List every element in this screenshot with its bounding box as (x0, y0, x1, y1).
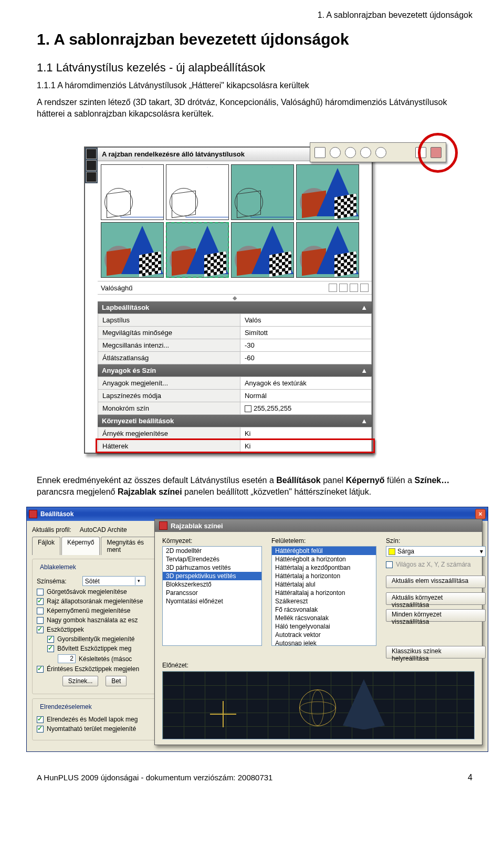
prop-value[interactable]: Valós (240, 314, 371, 327)
style-thumb[interactable] (101, 164, 164, 220)
restore-classic-button[interactable]: Klasszikus színek helyreállítása (386, 646, 486, 658)
restore-element-button[interactable]: Aktuális elem visszaállítása (386, 576, 486, 588)
color-combo[interactable]: Sárga▾ (386, 546, 486, 557)
list-item[interactable]: 3D perspektivikus vetítés (163, 572, 261, 580)
list-item[interactable]: Autotrack vektor (272, 631, 376, 639)
checkbox[interactable] (37, 608, 44, 614)
screenshot-options-dialog: Beállítások × Aktuális profil: AutoCAD A… (26, 507, 488, 752)
section-header[interactable]: Környezeti beállítások▲ (98, 415, 372, 427)
style-thumb[interactable] (166, 164, 229, 220)
menu-icon[interactable] (86, 172, 97, 182)
heading-3: 1.1.1 A háromdimenziós Látványstílusok „… (37, 81, 472, 90)
tool-icon[interactable] (339, 284, 348, 292)
style-thumb[interactable] (296, 164, 359, 220)
prop-value[interactable]: Simított (240, 327, 371, 339)
list-item[interactable]: Háttértalaj a kezdőpontban (272, 563, 376, 572)
prop-label: Lapszínezés módja (98, 390, 240, 402)
checkbox[interactable] (37, 589, 44, 595)
page-number: 4 (468, 773, 472, 782)
heading-1: 1. A sablonrajzban bevezetett újdonságok (37, 30, 472, 48)
fonts-button[interactable]: Bet (106, 676, 127, 686)
checkbox[interactable] (37, 598, 44, 605)
prop-value[interactable]: Normál (240, 390, 371, 402)
running-header: 1. A sablonrajzban bevezetett újdonságok (37, 11, 472, 20)
list-item[interactable]: 2D modelltér (163, 547, 261, 555)
list-item[interactable]: Mellék rácsvonalak (272, 614, 376, 622)
style-thumb[interactable] (296, 222, 359, 278)
list-item[interactable]: Háttértalaj a horizonton (272, 572, 376, 580)
toolbar-icon[interactable] (345, 147, 356, 158)
toolbar-icon[interactable] (314, 147, 326, 158)
tool-icon[interactable] (360, 284, 369, 292)
tool-icon[interactable] (329, 284, 337, 292)
list-item[interactable]: Háttértalaj alul (272, 580, 376, 589)
properties-table: LapstílusValós Megvilágítás minőségeSimí… (98, 313, 372, 364)
checkbox-label: Rajz állapotsorának megjelenítése (47, 598, 143, 605)
style-name-dropdown[interactable]: Valósághű (98, 281, 372, 295)
checkbox-label: Gyorsbillentyűk megjeleníté (57, 635, 134, 643)
prop-value[interactable]: -30 (240, 339, 371, 352)
list-item[interactable]: Parancssor (163, 589, 261, 597)
toolbar-icon[interactable] (360, 147, 371, 158)
checkbox[interactable] (37, 626, 44, 633)
prop-value[interactable]: Anyagok és textúrák (240, 377, 371, 390)
tab-open-save[interactable]: Megnyitás és ment (101, 537, 157, 555)
titlebar[interactable]: Rajzablak színei (155, 519, 482, 532)
group-layout-elements: Elrendezéselemek Elrendezés és Modell la… (32, 698, 157, 740)
color-scheme-combo[interactable]: Sötét▾ (82, 576, 145, 586)
list-item[interactable]: Blokkszerkesztő (163, 580, 261, 589)
preview-sphere-icon (299, 689, 336, 726)
checkbox (386, 561, 393, 568)
checkbox[interactable] (47, 636, 54, 643)
style-thumbnails (98, 161, 372, 281)
list-item[interactable]: Nyomtatási előnézet (163, 597, 261, 605)
list-item[interactable]: Szálkereszt (272, 597, 376, 605)
tab-display[interactable]: Képernyő (61, 537, 100, 555)
style-thumb[interactable] (166, 222, 229, 278)
panel-side-header[interactable] (85, 148, 98, 183)
prop-value[interactable]: Ki (240, 427, 371, 440)
footer-text: A HunPLUS 2009 újdonságai - dokumentum v… (37, 773, 272, 782)
list-item[interactable]: 3D párhuzamos vetítés (163, 563, 261, 572)
checkbox[interactable] (47, 645, 54, 652)
pin-icon[interactable] (86, 160, 97, 171)
close-icon[interactable] (86, 149, 97, 159)
profile-row: Aktuális profil: AutoCAD Archite (32, 526, 157, 534)
group-legend: Ablakelemek (38, 563, 78, 571)
prop-label: Átlátszatlanság (98, 352, 240, 364)
prop-value[interactable]: 255,255,255 (240, 402, 371, 415)
checkbox[interactable] (37, 666, 44, 673)
tool-icon[interactable] (350, 284, 358, 292)
toolbar-icon[interactable] (330, 147, 341, 158)
prop-value[interactable]: -60 (240, 352, 371, 364)
close-button[interactable]: × (475, 509, 486, 519)
checkbox[interactable] (37, 617, 44, 624)
restore-context-button[interactable]: Aktuális környezet visszaállítása (386, 592, 486, 605)
checkbox[interactable] (37, 726, 44, 733)
restore-all-button[interactable]: Minden környezet visszaállítása (386, 609, 486, 622)
list-item[interactable]: Fő rácsvonalak (272, 605, 376, 614)
delay-input[interactable]: 2 (58, 654, 76, 663)
list-item[interactable]: Tervlap/Elrendezés (163, 555, 261, 563)
style-thumb[interactable] (231, 164, 294, 220)
list-item[interactable]: Háttéraltalaj a horizonton (272, 589, 376, 597)
list-item[interactable]: Háló tengelyvonalai (272, 622, 376, 631)
checkbox[interactable] (37, 716, 44, 723)
list-item[interactable]: Háttérégbolt a horizonton (272, 555, 376, 563)
tab-files[interactable]: Fájlok (32, 537, 60, 555)
context-list[interactable]: 2D modelltérTervlap/Elrendezés3D párhuza… (162, 546, 262, 646)
list-item[interactable]: Háttérégbolt felül (272, 547, 376, 555)
section-header[interactable]: Lapbeállítások▲ (98, 301, 372, 313)
style-thumb[interactable] (101, 222, 164, 278)
properties-table: Anyagok megjelenít...Anyagok és textúrák… (98, 377, 372, 415)
prop-label: Anyagok megjelenít... (98, 377, 240, 390)
style-thumb[interactable] (231, 222, 294, 278)
section-header[interactable]: Anyagok és Szín▲ (98, 364, 372, 377)
para-2: Ennek eredményeként az összes default Lá… (37, 475, 472, 497)
colors-button[interactable]: Színek... (62, 676, 99, 686)
checkbox-label: Görgetősávok megjelenítése (47, 588, 127, 595)
list-item[interactable]: Autosnap jelek (272, 639, 376, 646)
label: Felületelem: (271, 537, 376, 545)
toolbar-icon[interactable] (375, 147, 386, 158)
element-list[interactable]: Háttérégbolt felülHáttérégbolt a horizon… (271, 546, 376, 646)
